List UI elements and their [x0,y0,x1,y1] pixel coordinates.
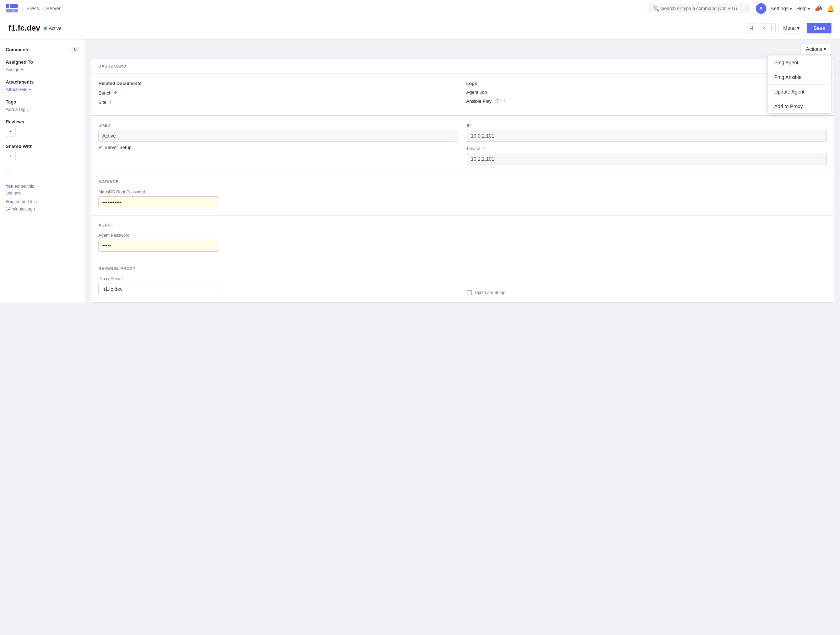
add-shared-button[interactable]: + [6,151,16,161]
private-ip-label: Private IP [467,146,827,151]
megaphone-icon[interactable]: 📣 [815,5,822,13]
avatar-button[interactable]: A [756,3,766,14]
search-icon: 🔍 [653,6,659,11]
dropdown-item-update-agent[interactable]: Update Agent [768,85,831,99]
tags-label: Tags [6,99,79,105]
bench-add-button[interactable]: + [114,90,117,96]
sidebar-reviews: Reviews + [6,119,79,136]
status-right: IP Private IP [467,123,827,165]
ip-input[interactable] [467,130,827,142]
search-bar[interactable]: 🔍 [649,4,749,13]
status-input[interactable] [98,130,458,142]
sidebar-assigned-to: Assigned To Assign + [6,59,79,72]
app-logo[interactable] [6,4,18,13]
upstream-setup-checkbox[interactable] [467,290,472,295]
comments-count: 0 [71,47,79,52]
sidebar: Comments 0 Assigned To Assign + Attachme… [0,40,85,302]
ip-group: IP [467,123,827,142]
dashboard-card-header: DASHBOARD ▲ [91,59,834,74]
breadcrumb-press[interactable]: Press [26,6,39,11]
heart-icon: ♡ [6,168,11,176]
page-header: f1.fc.dev Active 🖨 ‹ › Menu ▾ Save [0,17,840,40]
dropdown-item-ping-ansible[interactable]: Ping Ansible [768,70,831,85]
actions-dropdown-menu: Ping Agent Ping Ansible Update Agent Add… [767,55,832,114]
content-panel: Actions ▾ Ping Agent Ping Ansible Update… [85,40,840,302]
status-badge: Active [44,25,61,31]
upstream-setup-label: Upstream Setup [475,290,506,295]
private-ip-group: Private IP [467,146,827,165]
sidebar-shared-with: Shared With + [6,144,79,161]
upstream-setup-group: Upstream Setup [467,276,827,295]
navbar-right: A Settings ▾ Help ▾ 📣 🔔 [756,3,834,14]
sidebar-comments: Comments 0 [6,47,79,52]
nav-arrows: ‹ › [760,23,776,33]
proxy-server-label: Proxy Server [98,276,458,281]
dashboard-two-col: Related Documents Bench + Site + Logs [98,81,827,108]
mariadb-password-label: MariaDB Root Password [98,190,827,195]
breadcrumb-server[interactable]: Server [46,6,61,11]
sidebar-history: You edited thisjust now You created this… [6,183,79,212]
add-review-button[interactable]: + [6,127,16,136]
actions-dropdown-container: Actions ▾ Ping Agent Ping Ansible Update… [801,44,832,54]
agent-section: AGENT Agent Password [91,215,834,259]
site-label: Site [98,100,106,105]
page-title-area: f1.fc.dev Active [8,24,62,33]
search-input[interactable] [661,6,745,11]
attachments-label: Attachments [6,79,79,85]
print-button[interactable]: 🖨 [746,23,757,33]
proxy-server-input[interactable] [98,283,219,295]
dropdown-item-add-to-proxy[interactable]: Add to Proxy [768,99,831,113]
save-button[interactable]: Save [807,23,832,33]
reviews-label: Reviews [6,119,79,124]
menu-button[interactable]: Menu ▾ [778,23,804,33]
reverse-proxy-grid: Proxy Server Upstream Setup [98,276,827,295]
ansible-play-count: 2 [494,98,501,104]
sidebar-attachments: Attachments Attach File + [6,79,79,92]
attach-file-button[interactable]: Attach File + [6,87,79,92]
agent-password-input[interactable] [98,240,219,252]
status-dot [44,27,47,30]
status-form-grid: Status ✔ Server Setup IP [98,123,827,165]
site-item: Site + [98,99,459,105]
check-icon: ✔ [98,145,102,150]
actions-bar: Actions ▾ Ping Agent Ping Ansible Update… [85,40,840,59]
bench-label: Bench [98,90,112,96]
reverse-proxy-title: REVERSE PROXY [98,266,827,271]
agent-password-group: Agent Password [98,233,827,252]
status-label: Status [98,123,458,128]
page-actions: 🖨 ‹ › Menu ▾ Save [746,23,832,33]
site-add-button[interactable]: + [108,99,112,105]
bell-icon[interactable]: 🔔 [826,5,834,13]
agent-title: AGENT [98,223,827,227]
mariadb-password-group: MariaDB Root Password [98,190,827,208]
help-button[interactable]: Help ▾ [796,6,810,11]
prev-button[interactable]: ‹ [760,23,768,33]
agent-password-label: Agent Password [98,233,827,238]
mariadb-section: MARIADB MariaDB Root Password [91,172,834,215]
private-ip-input[interactable] [467,153,827,165]
breadcrumb-sep-1: › [22,6,24,11]
related-docs-title: Related Documents [98,81,459,86]
settings-button[interactable]: Settings ▾ [771,6,793,11]
dropdown-item-ping-agent[interactable]: Ping Agent [768,55,831,70]
mariadb-password-input[interactable] [98,196,219,208]
sidebar-tags: Tags Add a tag ... [6,99,79,112]
related-docs-section: Related Documents Bench + Site + [98,81,459,108]
shared-with-label: Shared With [6,144,79,149]
ansible-play-add-button[interactable]: + [503,98,506,104]
breadcrumb-sep-2: › [42,6,43,11]
dashboard-card: DASHBOARD ▲ Related Documents Bench + Si… [91,59,834,115]
page-title: f1.fc.dev [8,24,40,33]
sidebar-heart[interactable]: ♡ [6,168,79,176]
status-text: Active [49,25,61,31]
upstream-setup-field: Upstream Setup [467,290,827,295]
actions-button[interactable]: Actions ▾ [801,44,832,54]
reverse-proxy-section: REVERSE PROXY Proxy Server Upstream Setu… [91,259,834,302]
assign-button[interactable]: Assign + [6,67,79,72]
add-tag[interactable]: Add a tag ... [6,107,79,112]
main-content: Comments 0 Assigned To Assign + Attachme… [0,40,840,302]
status-section: Status ✔ Server Setup IP [91,116,834,172]
bench-item: Bench + [98,90,459,96]
next-button[interactable]: › [768,23,776,33]
server-setup-label: Server Setup [104,145,131,150]
